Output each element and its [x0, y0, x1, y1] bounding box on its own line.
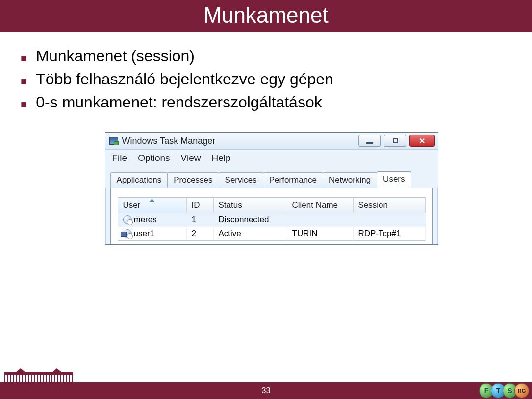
tab-networking[interactable]: Networking: [323, 172, 377, 188]
sort-asc-icon: [150, 199, 154, 202]
col-session[interactable]: Session: [353, 198, 425, 213]
cell-client: TURIN: [287, 227, 353, 241]
users-table[interactable]: User ID Status Client Name Session meres…: [118, 197, 426, 241]
taskmanager-window: Windows Task Manager ✕ File Options View…: [105, 132, 438, 245]
bullet-text: Munkamenet (session): [36, 47, 195, 65]
col-client[interactable]: Client Name: [287, 198, 353, 213]
cell-session: RDP-Tcp#1: [353, 227, 425, 241]
cell-user: meres: [134, 215, 157, 225]
tab-strip: Applications Processes Services Performa…: [105, 167, 438, 188]
slide-footer: 33: [0, 382, 532, 399]
table-row[interactable]: user1 2 Active TURIN RDP-Tcp#1: [118, 227, 425, 241]
window-controls: ✕: [358, 135, 435, 147]
user-remote-icon: [123, 229, 132, 238]
taskmanager-screenshot: Windows Task Manager ✕ File Options View…: [105, 132, 438, 245]
cell-status: Disconnected: [213, 213, 287, 227]
cell-id: 1: [186, 213, 213, 227]
cell-user: user1: [134, 229, 155, 239]
window-title: Windows Task Manager: [122, 136, 216, 146]
bullet-item: ■ 0-s munkamenet: rendszerszolgáltatások: [21, 93, 522, 111]
tab-services[interactable]: Services: [219, 172, 263, 188]
minimize-icon: [366, 142, 373, 144]
bullet-text: Több felhasználó bejelentkezve egy gépen: [36, 70, 333, 88]
menubar: File Options View Help: [105, 150, 438, 167]
menu-help[interactable]: Help: [211, 153, 230, 163]
bullet-icon: ■: [21, 99, 27, 110]
orb-rg: RG: [514, 383, 529, 398]
tab-processes[interactable]: Processes: [167, 172, 219, 188]
taskmanager-icon: [109, 137, 118, 145]
menu-file[interactable]: File: [112, 153, 127, 163]
col-user-label: User: [123, 200, 141, 210]
cell-status: Active: [213, 227, 287, 241]
menu-view[interactable]: View: [181, 153, 201, 163]
menu-options[interactable]: Options: [138, 153, 170, 163]
cell-client: [287, 213, 353, 227]
col-id[interactable]: ID: [186, 198, 213, 213]
minimize-button[interactable]: [358, 135, 381, 147]
close-button[interactable]: ✕: [409, 135, 435, 147]
bullet-icon: ■: [21, 53, 27, 64]
slide-title: Munkamenet: [0, 0, 532, 32]
col-status[interactable]: Status: [213, 198, 287, 213]
cell-session: [353, 213, 425, 227]
page-number: 33: [262, 386, 271, 395]
bullet-text: 0-s munkamenet: rendszerszolgáltatások: [36, 93, 322, 111]
close-icon: ✕: [419, 136, 425, 146]
ftsrg-logo: F T S RG: [482, 383, 529, 398]
table-row[interactable]: meres 1 Disconnected: [118, 213, 425, 227]
slide-body: ■ Munkamenet (session) ■ Több felhasznál…: [0, 32, 532, 245]
tab-applications[interactable]: Applications: [110, 172, 168, 188]
tab-performance[interactable]: Performance: [263, 172, 323, 188]
maximize-button[interactable]: [384, 135, 406, 147]
maximize-icon: [393, 138, 398, 143]
window-titlebar[interactable]: Windows Task Manager ✕: [105, 133, 438, 150]
bullet-item: ■ Munkamenet (session): [21, 47, 522, 65]
cell-id: 2: [186, 227, 213, 241]
bullet-item: ■ Több felhasználó bejelentkezve egy gép…: [21, 70, 522, 88]
tab-users[interactable]: Users: [377, 171, 411, 188]
col-user[interactable]: User: [118, 198, 186, 213]
user-icon: [123, 215, 132, 224]
users-panel: User ID Status Client Name Session meres…: [110, 188, 433, 244]
bullet-icon: ■: [21, 76, 27, 87]
